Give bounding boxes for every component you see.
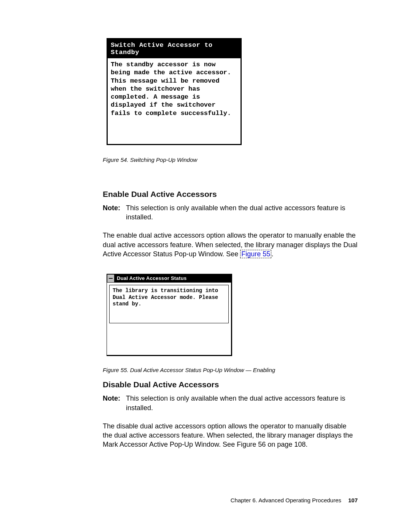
note-disable: Note: This selection is only available w… [103, 394, 358, 412]
popup2-message: The library is transitioning into Dual A… [109, 285, 229, 323]
note-enable: Note: This selection is only available w… [103, 203, 358, 222]
switch-accessor-popup-body: The standby accessor is now being made t… [108, 58, 241, 144]
switch-accessor-popup-title: Switch Active Accessor to Standby [108, 39, 241, 58]
dual-active-accessor-status-popup: Dual Active Accessor Status The library … [107, 274, 232, 356]
figure-55-caption: Figure 55. Dual Active Accessor Status P… [103, 367, 358, 373]
note-text: This selection is only available when th… [124, 203, 358, 222]
popup2-title: Dual Active Accessor Status [115, 274, 189, 283]
footer-page-number: 107 [348, 497, 358, 503]
heading-enable-dual-active-accessors: Enable Dual Active Accessors [103, 190, 358, 199]
system-menu-icon[interactable] [107, 274, 115, 283]
para-enable-post: . [271, 250, 273, 258]
para-enable-pre: The enable dual active accessors option … [103, 232, 357, 258]
footer-chapter: Chapter 6. Advanced Operating Procedures [231, 497, 341, 503]
popup2-body: The library is transitioning into Dual A… [107, 283, 231, 355]
figure-54-caption: Figure 54. Switching Pop-Up Window [103, 157, 358, 163]
note-label: Note: [103, 394, 124, 412]
para-enable: The enable dual active accessors option … [103, 231, 358, 259]
heading-disable-dual-active-accessors: Disable Dual Active Accessors [103, 380, 358, 389]
popup2-titlebar: Dual Active Accessor Status [107, 274, 231, 283]
note-text: This selection is only available when th… [124, 394, 358, 412]
figure-55-link[interactable]: Figure 55 [240, 250, 271, 258]
para-disable: The disable dual active accessors option… [103, 422, 358, 449]
switch-accessor-popup: Switch Active Accessor to Standby The st… [107, 38, 242, 145]
note-label: Note: [103, 203, 124, 222]
page-footer: Chapter 6. Advanced Operating Procedures… [231, 497, 358, 503]
